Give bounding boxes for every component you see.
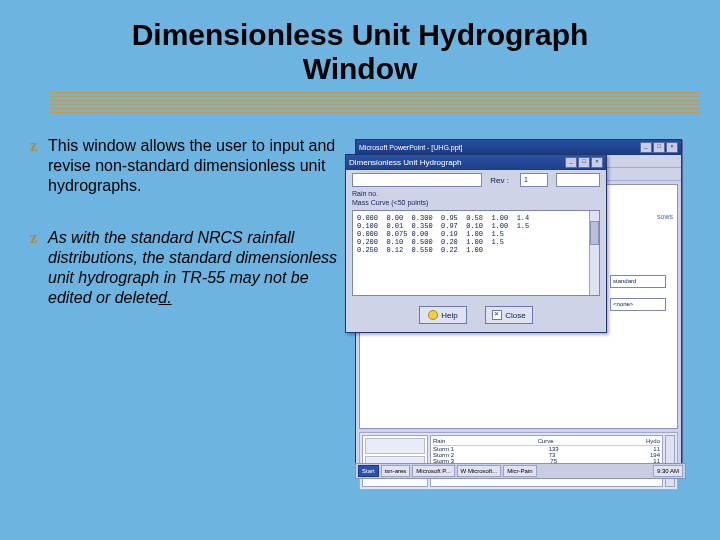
close-button[interactable]: Close <box>485 306 533 324</box>
rev-label: Rev : <box>490 176 509 185</box>
col-header: Rain <box>433 438 445 444</box>
stray-field[interactable]: standard <box>610 275 666 288</box>
taskbar-item[interactable]: Micr-Pain <box>503 465 536 477</box>
close-icon[interactable]: × <box>666 142 678 153</box>
slide-title: Dimensionless Unit Hydrograph Window <box>0 0 720 92</box>
taskbar-item[interactable]: W Microsoft... <box>457 465 502 477</box>
decorative-rules <box>50 92 700 116</box>
rain-no-label: Rain no. <box>352 190 378 197</box>
bullet-1: z This window allows the user to input a… <box>30 136 350 196</box>
revdate-field[interactable] <box>556 173 600 187</box>
title-line1: Dimensionless Unit Hydrograph <box>132 18 589 51</box>
start-button[interactable]: Start <box>358 465 379 477</box>
help-icon <box>428 310 438 320</box>
taskbar-clock: 9:30 AM <box>653 465 683 477</box>
hydrograph-dialog: Dimensionless Unit Hydrograph _ □ × Rev … <box>345 154 607 333</box>
thumb-column <box>362 435 428 487</box>
minimize-icon[interactable]: _ <box>565 157 577 168</box>
taskbar-item[interactable]: Microsoft P... <box>412 465 454 477</box>
bullet-marker: z <box>30 228 48 308</box>
title-line2: Window <box>303 52 418 85</box>
dialog-title: Dimensionless Unit Hydrograph <box>349 158 462 167</box>
lower-panel: Rain Curve Hydo Storm 1 133 11 Storm 2 7… <box>359 432 678 490</box>
dialog-titlebar: Dimensionless Unit Hydrograph _ □ × <box>346 155 606 170</box>
list-item: 0.250 0.12 0.550 0.22 1.00 <box>357 246 595 254</box>
back-title: Microsoft PowerPoint - [UHG.ppt] <box>359 144 462 151</box>
maximize-icon[interactable]: □ <box>653 142 665 153</box>
bullet-1-text: This window allows the user to input and… <box>48 136 350 196</box>
help-label: Help <box>441 311 457 320</box>
data-table: Rain Curve Hydo Storm 1 133 11 Storm 2 7… <box>430 435 663 487</box>
slide-thumb[interactable] <box>365 438 425 454</box>
window-buttons: _ □ × <box>640 142 678 153</box>
screenshot-illustration: Microsoft PowerPoint - [UHG.ppt] _ □ × F… <box>350 136 706 476</box>
help-button[interactable]: Help <box>419 306 467 324</box>
taskbar-item[interactable]: tsn-ares <box>381 465 411 477</box>
back-titlebar: Microsoft PowerPoint - [UHG.ppt] _ □ × <box>356 140 681 155</box>
bullet-list: z This window allows the user to input a… <box>30 136 350 476</box>
close-square-icon <box>492 310 502 320</box>
col-header: Curve <box>538 438 554 444</box>
listbox-scrollbar[interactable] <box>589 211 599 295</box>
name-field[interactable] <box>352 173 482 187</box>
list-item: 0.000 0.075 0.00 0.19 1.00 1.5 <box>357 230 595 238</box>
stray-fields: standard <none> <box>610 275 666 311</box>
list-item: 0.000 0.00 0.300 0.95 0.58 1.00 1.4 <box>357 214 595 222</box>
col-header: Hydo <box>646 438 660 444</box>
bullet-marker: z <box>30 136 48 196</box>
close-label: Close <box>505 311 525 320</box>
list-item: 0.200 0.10 0.500 0.20 1.00 1.5 <box>357 238 595 246</box>
scrollbar[interactable] <box>665 435 675 487</box>
bullet-2-text: As with the standard NRCS rainfall distr… <box>48 228 350 308</box>
mass-curve-label: Mass Curve (<50 points) <box>352 199 428 206</box>
data-listbox[interactable]: 0.000 0.00 0.300 0.95 0.58 1.00 1.4 0.10… <box>352 210 600 296</box>
stray-field[interactable]: <none> <box>610 298 666 311</box>
minimize-icon[interactable]: _ <box>640 142 652 153</box>
list-item: 0.100 0.01 0.350 0.97 0.10 1.00 1.5 <box>357 222 595 230</box>
os-taskbar: Start tsn-ares Microsoft P... W Microsof… <box>355 463 686 479</box>
rev-field[interactable]: 1 <box>520 173 548 187</box>
maximize-icon[interactable]: □ <box>578 157 590 168</box>
bullet-2: z As with the standard NRCS rainfall dis… <box>30 228 350 308</box>
close-icon[interactable]: × <box>591 157 603 168</box>
